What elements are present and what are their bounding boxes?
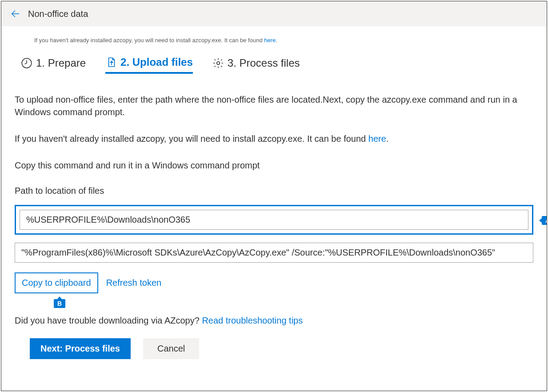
page-title: Non-office data xyxy=(28,9,88,19)
gear-icon xyxy=(212,57,224,69)
clock-icon xyxy=(21,57,32,69)
refresh-token-link[interactable]: Refresh token xyxy=(106,278,162,288)
callout-a: A xyxy=(542,216,547,225)
troubleshooting-link[interactable]: Read troubleshooting tips xyxy=(202,316,303,325)
troubleshoot-row: Did you have trouble downloading via AZc… xyxy=(15,316,533,326)
tab-prepare[interactable]: 1. Prepare xyxy=(21,56,86,74)
path-field-label: Path to location of files xyxy=(15,186,533,196)
install-here-link-top[interactable]: here xyxy=(264,37,276,44)
tab-label: 3. Process files xyxy=(228,57,300,69)
tab-label: 1. Prepare xyxy=(36,57,86,69)
file-upload-icon xyxy=(105,56,117,68)
tab-label: 2. Upload files xyxy=(120,56,193,68)
callout-b: B xyxy=(54,299,65,308)
path-input-highlight: A xyxy=(15,205,533,235)
instruction-para-3: Copy this command and run it in a Window… xyxy=(15,159,533,172)
top-install-hint: If you haven't already installed azcopy,… xyxy=(34,37,533,44)
svg-point-1 xyxy=(217,62,220,65)
tab-upload-files[interactable]: 2. Upload files xyxy=(105,56,193,74)
wizard-tabs: 1. Prepare 2. Upload files 3. Process fi… xyxy=(21,56,533,74)
instruction-para-1: To upload non-office files, enter the pa… xyxy=(15,93,533,118)
cancel-button[interactable]: Cancel xyxy=(143,338,199,359)
install-here-link[interactable]: here xyxy=(368,134,386,144)
command-output[interactable]: "%ProgramFiles(x86)%\Microsoft SDKs\Azur… xyxy=(15,243,533,263)
copy-to-clipboard-button[interactable]: Copy to clipboard xyxy=(15,272,98,293)
path-input[interactable] xyxy=(20,210,528,230)
back-arrow-icon[interactable] xyxy=(10,9,20,19)
next-process-files-button[interactable]: Next: Process files xyxy=(30,338,131,359)
instruction-para-2: If you haven't already installed azcopy,… xyxy=(15,132,533,145)
panel-header: Non-office data xyxy=(1,1,547,26)
tab-process-files[interactable]: 3. Process files xyxy=(212,56,300,74)
